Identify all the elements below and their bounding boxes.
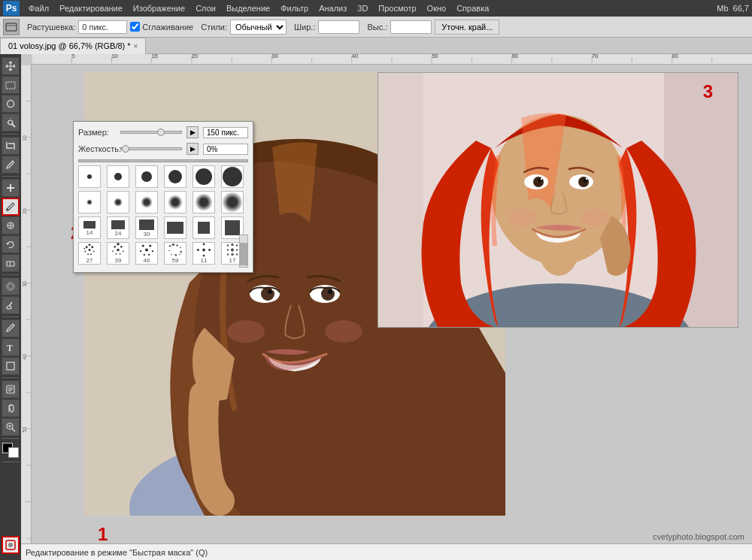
brush-size-row: Размер: ▶	[78, 126, 248, 138]
brush-preset-15[interactable]: 30	[135, 216, 158, 239]
svg-point-17	[8, 284, 13, 289]
doc-tab[interactable]: 01 volosy.jpg @ 66,7% (RGB/8) * ×	[0, 38, 146, 54]
eraser-tool[interactable]	[2, 254, 20, 272]
quick-mask-tool[interactable]	[2, 536, 20, 554]
menu-file[interactable]: Файл	[24, 2, 53, 14]
brush-preset-6[interactable]	[221, 165, 244, 188]
brush-hardness-arrow[interactable]: ▶	[186, 143, 199, 155]
menu-view[interactable]: Просмотр	[374, 2, 420, 14]
svg-rect-98	[378, 73, 423, 328]
menu-3d[interactable]: 3D	[353, 2, 372, 14]
brush-preset-3[interactable]	[135, 165, 158, 188]
menu-window[interactable]: Окно	[423, 2, 451, 14]
svg-rect-116	[198, 222, 210, 234]
svg-rect-21	[7, 362, 14, 370]
brush-preset-14[interactable]: 24	[107, 216, 129, 239]
menu-help[interactable]: Справка	[452, 2, 493, 14]
svg-line-27	[12, 428, 15, 431]
main-area: T	[0, 54, 752, 560]
svg-point-18	[7, 306, 11, 309]
vys-input[interactable]	[390, 20, 432, 34]
svg-point-121	[84, 250, 86, 252]
svg-point-127	[117, 249, 119, 251]
hand-tool[interactable]	[2, 399, 20, 417]
move-tool[interactable]	[2, 57, 20, 75]
brush-preset-7[interactable]	[78, 191, 101, 213]
svg-point-134	[117, 243, 119, 245]
svg-text:50: 50	[22, 427, 27, 433]
brush-preset-2[interactable]	[107, 165, 129, 188]
brush-size-arrow[interactable]: ▶	[186, 126, 199, 138]
clone-tool[interactable]	[2, 216, 20, 235]
brush-preset-5[interactable]	[193, 165, 215, 188]
svg-point-140	[144, 254, 145, 256]
svg-rect-15	[10, 262, 11, 266]
menu-layers[interactable]: Слои	[191, 2, 220, 14]
pen-tool[interactable]	[2, 319, 20, 338]
svg-point-31	[8, 543, 13, 547]
brush-preset-10[interactable]	[164, 191, 186, 213]
brush-preset-1[interactable]	[78, 165, 101, 188]
brush-size-slider[interactable]	[120, 131, 182, 134]
eyedropper-tool[interactable]	[2, 156, 20, 174]
menu-filter[interactable]: Фильтр	[276, 2, 313, 14]
brush-preset-4[interactable]	[164, 165, 186, 188]
doc-tab-close[interactable]: ×	[134, 42, 138, 50]
brush-size-value[interactable]	[203, 127, 248, 138]
brush-hardness-value[interactable]	[203, 144, 248, 155]
menu-edit[interactable]: Редактирование	[55, 2, 127, 14]
svg-point-130	[112, 250, 114, 252]
sglazhivanie-checkbox[interactable]: Сглаживание	[130, 22, 193, 32]
svg-point-108	[541, 178, 542, 180]
brush-preset-8[interactable]	[107, 191, 129, 213]
svg-point-148	[171, 254, 172, 256]
brush-preset-star1[interactable]: 27	[78, 242, 101, 265]
utochni-button[interactable]: Уточн. край...	[435, 20, 499, 35]
menu-image[interactable]: Изображение	[129, 2, 190, 14]
notes-tool[interactable]	[2, 380, 20, 398]
rastushevka-input[interactable]	[78, 20, 127, 34]
blur-tool[interactable]	[2, 277, 20, 295]
shir-input[interactable]	[318, 20, 359, 34]
brush-preset-12[interactable]	[221, 191, 244, 213]
brush-preset-star3[interactable]: 46	[135, 242, 158, 265]
brush-size-thumb[interactable]	[157, 129, 165, 136]
brush-scroll-thumb[interactable]	[240, 243, 247, 265]
lasso-tool[interactable]	[2, 95, 20, 113]
text-tool[interactable]: T	[2, 338, 20, 356]
heal-tool[interactable]	[2, 179, 20, 197]
zoom-tool[interactable]	[2, 418, 20, 436]
menu-select[interactable]: Выделение	[222, 2, 274, 14]
history-tool[interactable]	[2, 235, 20, 253]
label-1: 1	[98, 524, 108, 545]
marquee-tool[interactable]	[2, 76, 20, 94]
magic-wand-tool[interactable]	[2, 114, 20, 132]
doc-tab-label: 01 volosy.jpg @ 66,7% (RGB/8) *	[8, 41, 131, 50]
tool-separator-2	[2, 176, 19, 177]
tool-colors[interactable]	[2, 443, 19, 458]
brush-scrollbar[interactable]	[239, 235, 248, 268]
brush-preset-9[interactable]	[135, 191, 158, 213]
brush-preset-star4[interactable]: 59	[164, 242, 186, 265]
svg-point-150	[179, 254, 180, 256]
brush-preset-star2[interactable]: 39	[107, 242, 129, 265]
crop-tool[interactable]	[2, 137, 20, 155]
svg-point-157	[231, 244, 233, 246]
svg-point-119	[86, 246, 88, 248]
svg-point-90	[328, 289, 332, 294]
tool-icon-options[interactable]	[3, 19, 20, 35]
shape-tool[interactable]	[2, 357, 20, 375]
menu-analyze[interactable]: Анализ	[314, 2, 351, 14]
brush-preset-star5[interactable]: 11	[193, 242, 215, 265]
brush-preset-11[interactable]	[193, 191, 215, 213]
stili-select[interactable]: Обычный	[230, 20, 287, 35]
svg-text:20: 20	[192, 54, 198, 59]
brush-tool[interactable]	[2, 198, 20, 216]
brush-hardness-slider[interactable]	[120, 147, 182, 150]
brush-preset-16[interactable]	[164, 216, 186, 239]
svg-point-104	[533, 177, 544, 187]
brush-preset-17[interactable]	[193, 216, 215, 239]
dodge-tool[interactable]	[2, 296, 20, 314]
brush-preset-13[interactable]: 14	[78, 216, 101, 239]
background-color[interactable]	[8, 447, 19, 458]
